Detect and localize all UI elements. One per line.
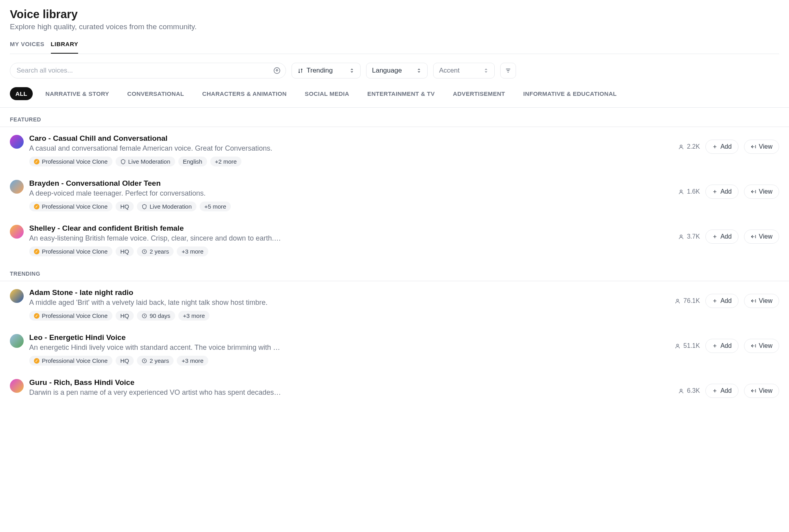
view-button[interactable]: View xyxy=(744,140,779,154)
verified-icon: ✓ xyxy=(34,313,39,319)
tag-more[interactable]: +2 more xyxy=(210,157,241,166)
add-button[interactable]: Add xyxy=(705,294,738,308)
plus-icon xyxy=(712,388,718,394)
svg-point-5 xyxy=(680,190,682,192)
tag-more[interactable]: +3 more xyxy=(177,356,208,366)
tabs: MY VOICES LIBRARY xyxy=(10,41,779,54)
view-button[interactable]: View xyxy=(744,294,779,308)
voice-desc: A deep-voiced male teenager. Perfect for… xyxy=(29,189,282,198)
tag-more[interactable]: +3 more xyxy=(177,246,208,256)
voice-desc: A middle aged 'Brit' with a velvety laid… xyxy=(29,299,282,307)
category-all[interactable]: ALL xyxy=(10,87,33,100)
featured-list: Caro - Casual Chill and Conversational A… xyxy=(0,127,789,262)
voice-row: Shelley - Clear and confident British fe… xyxy=(0,217,789,262)
svg-point-11 xyxy=(677,344,679,346)
avatar[interactable] xyxy=(10,334,24,348)
view-button[interactable]: View xyxy=(744,339,779,353)
trending-list: Adam Stone - late night radio A middle a… xyxy=(0,281,789,406)
voice-name[interactable]: Adam Stone - late night radio xyxy=(29,288,669,297)
tag-live-moderation: Live Moderation xyxy=(137,202,196,211)
clock-icon xyxy=(142,249,147,254)
shield-icon xyxy=(120,159,126,164)
view-button[interactable]: View xyxy=(744,230,779,244)
user-icon xyxy=(678,144,684,150)
tag-time: 2 years xyxy=(137,246,174,256)
voice-name[interactable]: Shelley - Clear and confident British fe… xyxy=(29,224,673,233)
category-entertainment[interactable]: ENTERTAINMENT & TV xyxy=(362,87,440,100)
page-subtitle: Explore high quality, curated voices fro… xyxy=(10,22,779,31)
plus-icon xyxy=(712,343,718,349)
view-icon xyxy=(751,298,756,304)
verified-icon: ✓ xyxy=(34,159,39,164)
user-icon xyxy=(678,189,684,195)
add-button[interactable]: Add xyxy=(705,230,738,244)
view-button[interactable]: View xyxy=(744,185,779,199)
add-button[interactable]: Add xyxy=(705,140,738,154)
category-informative[interactable]: INFORMATIVE & EDUCATIONAL xyxy=(518,87,622,100)
avatar[interactable] xyxy=(10,135,24,149)
tag-hq: HQ xyxy=(116,356,134,366)
view-button[interactable]: View xyxy=(744,384,779,398)
language-select[interactable]: Language xyxy=(366,63,428,78)
view-icon xyxy=(751,144,756,149)
upload-icon[interactable] xyxy=(273,67,280,74)
tag-professional: ✓ Professional Voice Clone xyxy=(29,202,112,211)
tag-hq: HQ xyxy=(116,202,134,211)
svg-point-7 xyxy=(680,235,682,237)
tag-professional: ✓ Professional Voice Clone xyxy=(29,157,112,166)
user-icon xyxy=(678,388,684,394)
category-advertisement[interactable]: ADVERTISEMENT xyxy=(447,87,510,100)
voice-row: Guru - Rich, Bass Hindi Voice Darwin is … xyxy=(0,371,789,406)
usage-count: 1.6K xyxy=(678,188,700,195)
language-label: Language xyxy=(372,67,402,75)
chevron-updown-icon xyxy=(349,68,355,73)
voice-name[interactable]: Brayden - Conversational Older Teen xyxy=(29,179,673,188)
avatar[interactable] xyxy=(10,379,24,393)
view-icon xyxy=(751,189,756,194)
chevron-updown-icon xyxy=(483,68,489,73)
voice-row: Adam Stone - late night radio A middle a… xyxy=(0,281,789,326)
voice-row: Leo - Energetic Hindi Voice An energetic… xyxy=(0,326,789,371)
category-narrative[interactable]: NARRATIVE & STORY xyxy=(40,87,115,100)
page-title: Voice library xyxy=(10,8,779,21)
view-icon xyxy=(751,388,756,394)
add-button[interactable]: Add xyxy=(705,339,738,353)
usage-count: 6.3K xyxy=(678,387,700,394)
voice-name[interactable]: Leo - Energetic Hindi Voice xyxy=(29,333,669,342)
search-input[interactable] xyxy=(10,63,286,78)
usage-count: 76.1K xyxy=(675,297,700,304)
voice-desc: An easy-listening British female voice. … xyxy=(29,234,282,243)
tab-library[interactable]: LIBRARY xyxy=(51,41,79,54)
avatar[interactable] xyxy=(10,225,24,239)
voice-desc: An energetic Hindi lively voice with sta… xyxy=(29,343,282,352)
user-icon xyxy=(678,234,684,240)
tag-lang: English xyxy=(178,157,207,166)
tab-my-voices[interactable]: MY VOICES xyxy=(10,41,45,54)
voice-name[interactable]: Caro - Casual Chill and Conversational xyxy=(29,134,673,143)
section-trending-label: TRENDING xyxy=(0,262,789,281)
add-button[interactable]: Add xyxy=(705,185,738,199)
voice-desc: Darwin is a pen name of a very experienc… xyxy=(29,388,282,397)
category-social[interactable]: SOCIAL MEDIA xyxy=(299,87,355,100)
voice-name[interactable]: Guru - Rich, Bass Hindi Voice xyxy=(29,378,673,387)
tag-more[interactable]: +3 more xyxy=(178,311,209,321)
sort-select[interactable]: Trending xyxy=(292,63,361,78)
search-wrap xyxy=(10,63,286,78)
add-button[interactable]: Add xyxy=(705,384,738,398)
verified-icon: ✓ xyxy=(34,249,39,254)
plus-icon xyxy=(712,298,718,304)
voice-row: Brayden - Conversational Older Teen A de… xyxy=(0,172,789,217)
accent-select[interactable]: Accent xyxy=(433,63,495,78)
category-characters[interactable]: CHARACTERS & ANIMATION xyxy=(197,87,292,100)
category-conversational[interactable]: CONVERSATIONAL xyxy=(122,87,190,100)
avatar[interactable] xyxy=(10,180,24,194)
sort-icon xyxy=(297,68,303,74)
filter-button[interactable] xyxy=(500,63,516,78)
tag-more[interactable]: +5 more xyxy=(200,202,231,211)
tag-professional: ✓ Professional Voice Clone xyxy=(29,356,112,366)
tag-hq: HQ xyxy=(116,246,134,256)
user-icon xyxy=(675,343,681,349)
avatar[interactable] xyxy=(10,289,24,303)
tag-professional: ✓ Professional Voice Clone xyxy=(29,246,112,256)
plus-icon xyxy=(712,189,718,194)
